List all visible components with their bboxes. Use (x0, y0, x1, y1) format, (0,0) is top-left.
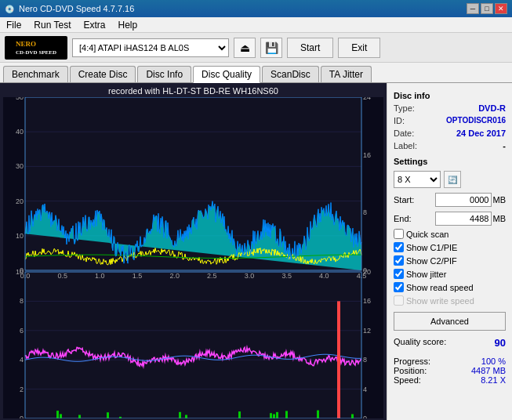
disc-date-row: Date: 24 Dec 2017 (394, 129, 506, 138)
show-jitter-checkbox[interactable] (394, 269, 404, 279)
title-bar-title: 💿 Nero CD-DVD Speed 4.7.7.16 (5, 4, 134, 13)
main-chart (3, 97, 383, 418)
drive-select[interactable]: [4:4] ATAPI iHAS124 B AL0S (72, 38, 229, 57)
disc-label-row: Label: - (394, 141, 506, 150)
tab-benchmark[interactable]: Benchmark (3, 66, 68, 82)
show-write-speed-checkbox[interactable] (394, 295, 404, 306)
speed-select[interactable]: 8 X (394, 171, 441, 188)
refresh-button[interactable]: 🔄 (444, 171, 461, 188)
quick-scan-row: Quick scan (394, 229, 506, 239)
progress-row: Progress: 100 % (394, 357, 506, 366)
type-label: Type: (394, 103, 415, 113)
start-input[interactable] (435, 193, 492, 207)
tab-create-disc[interactable]: Create Disc (70, 66, 136, 82)
menu-bar: File Run Test Extra Help (0, 17, 512, 33)
progress-section: Progress: 100 % Position: 4487 MB Speed:… (394, 357, 506, 385)
main-content: recorded with HL-DT-ST BD-RE WH16NS60 Di… (0, 83, 512, 420)
quick-scan-label: Quick scan (406, 230, 448, 239)
show-c1-pie-label: Show C1/PIE (406, 243, 457, 252)
app-title: Nero CD-DVD Speed 4.7.7.16 (19, 4, 134, 13)
chart-title: recorded with HL-DT-ST BD-RE WH16NS60 (3, 86, 383, 96)
maximize-button[interactable]: □ (481, 3, 493, 14)
quality-score-value: 90 (495, 337, 506, 349)
show-c1-pie-row: Show C1/PIE (394, 242, 506, 252)
speed-row: 8 X 🔄 (394, 171, 506, 188)
title-bar: 💿 Nero CD-DVD Speed 4.7.7.16 ─ □ ✕ (0, 0, 512, 17)
side-panel: Disc info Type: DVD-R ID: OPTODISCR016 D… (387, 83, 512, 420)
show-jitter-label: Show jitter (406, 270, 446, 279)
close-button[interactable]: ✕ (495, 3, 507, 14)
id-value: OPTODISCR016 (446, 116, 506, 125)
tab-disc-info[interactable]: Disc Info (137, 66, 191, 82)
disc-info-title: Disc info (394, 91, 506, 100)
progress-label: Progress: (394, 357, 430, 366)
type-value: DVD-R (478, 103, 506, 113)
show-write-speed-row: Show write speed (394, 295, 506, 306)
show-c2-pif-row: Show C2/PIF (394, 255, 506, 266)
end-input[interactable] (435, 212, 492, 226)
position-row: Position: 4487 MB (394, 366, 506, 375)
menu-file[interactable]: File (3, 18, 24, 32)
start-button[interactable]: Start (287, 38, 333, 58)
show-write-speed-label: Show write speed (406, 296, 474, 306)
position-value: 4487 MB (471, 366, 506, 375)
id-label: ID: (394, 116, 405, 125)
start-row: Start: MB (394, 193, 506, 207)
show-jitter-row: Show jitter (394, 269, 506, 279)
menu-run-test[interactable]: Run Test (31, 18, 74, 32)
disc-id-row: ID: OPTODISCR016 (394, 116, 506, 125)
show-read-speed-checkbox[interactable] (394, 282, 404, 292)
app-icon: 💿 (5, 5, 14, 13)
show-c2-pif-checkbox[interactable] (394, 255, 404, 266)
eject-button[interactable]: ⏏ (234, 38, 256, 58)
tab-scandisc[interactable]: ScanDisc (262, 66, 319, 82)
quick-scan-checkbox[interactable] (394, 229, 404, 239)
tab-bar: Benchmark Create Disc Disc Info Disc Qua… (0, 63, 512, 83)
start-label: Start: (394, 195, 414, 205)
advanced-button[interactable]: Advanced (394, 312, 506, 331)
chart-area: recorded with HL-DT-ST BD-RE WH16NS60 (0, 83, 387, 420)
end-unit: MB (493, 214, 507, 223)
show-c2-pif-label: Show C2/PIF (406, 256, 457, 266)
label-value: - (503, 141, 506, 150)
show-read-speed-label: Show read speed (406, 283, 474, 292)
progress-value: 100 % (481, 357, 506, 366)
minimize-button[interactable]: ─ (467, 3, 479, 14)
end-label: End: (394, 214, 412, 223)
speed-row-2: Speed: 8.21 X (394, 375, 506, 385)
toolbar: NEROCD-DVD SPEED [4:4] ATAPI iHAS124 B A… (0, 33, 512, 63)
position-label: Position: (394, 366, 427, 375)
quality-row: Quality score: 90 (394, 337, 506, 349)
start-unit: MB (493, 195, 507, 205)
exit-button[interactable]: Exit (338, 38, 380, 58)
menu-help[interactable]: Help (115, 18, 141, 32)
label-label: Label: (394, 141, 417, 150)
end-row: End: MB (394, 212, 506, 226)
tab-ta-jitter[interactable]: TA Jitter (321, 66, 372, 82)
quality-score-label: Quality score: (394, 337, 446, 349)
title-bar-controls: ─ □ ✕ (467, 3, 507, 14)
date-label: Date: (394, 129, 414, 138)
tab-disc-quality[interactable]: Disc Quality (193, 66, 260, 83)
settings-title: Settings (394, 157, 506, 166)
show-c1-pie-checkbox[interactable] (394, 242, 404, 252)
nero-logo: NEROCD-DVD SPEED (5, 36, 67, 60)
speed-label: Speed: (394, 375, 421, 385)
menu-extra[interactable]: Extra (80, 18, 108, 32)
disc-type-row: Type: DVD-R (394, 103, 506, 113)
save-button[interactable]: 💾 (260, 38, 282, 58)
show-read-speed-row: Show read speed (394, 282, 506, 292)
date-value: 24 Dec 2017 (456, 129, 506, 138)
speed-value: 8.21 X (481, 375, 506, 385)
